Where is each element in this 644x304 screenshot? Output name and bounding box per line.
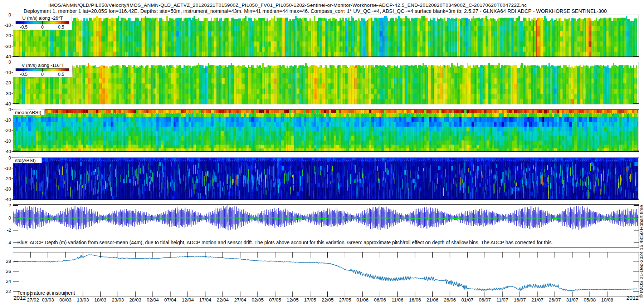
svg-text:2: 2 — [9, 203, 11, 208]
svg-text:0: 0 — [41, 25, 44, 30]
svg-text:16/07: 16/07 — [514, 297, 526, 303]
svg-text:-10: -10 — [4, 166, 11, 171]
svg-text:-10: -10 — [4, 23, 11, 28]
svg-text:-40: -40 — [4, 54, 11, 59]
svg-text:27/05: 27/05 — [339, 297, 351, 303]
svg-text:01/06: 01/06 — [356, 297, 369, 303]
svg-text:Blue: ADCP Depth (m) variation: Blue: ADCP Depth (m) variation from sens… — [18, 240, 553, 245]
svg-text:-30: -30 — [4, 91, 11, 96]
svg-text:07/04: 07/04 — [164, 297, 176, 303]
svg-text:mean(ABSI): mean(ABSI) — [15, 110, 42, 115]
svg-text:0: 0 — [9, 59, 11, 65]
svg-text:-4: -4 — [7, 240, 11, 245]
svg-text:2012: 2012 — [14, 295, 26, 301]
svg-text:27/02: 27/02 — [27, 297, 39, 303]
svg-text:01/07: 01/07 — [461, 297, 473, 303]
svg-text:12/05: 12/05 — [287, 297, 299, 303]
svg-text:0.5: 0.5 — [58, 25, 64, 30]
svg-text:-10: -10 — [4, 117, 11, 123]
svg-text:11/07: 11/07 — [497, 297, 508, 303]
svg-text:IMOS/ANMN/QLD/PIL050/Velocity/: IMOS/ANMN/QLD/PIL050/Velocity/IMOS_ANMN-… — [48, 3, 527, 8]
svg-text:Temperature at instrument: Temperature at instrument — [18, 290, 75, 296]
svg-text:© IMOS 21-Dec-2024 15:48:50 Ho: © IMOS 21-Dec-2024 15:48:50 Hobart time — [639, 205, 644, 298]
svg-text:-40: -40 — [4, 101, 11, 107]
svg-text:17/04: 17/04 — [199, 297, 211, 303]
svg-text:-40: -40 — [4, 197, 11, 202]
svg-text:23/03: 23/03 — [112, 297, 124, 303]
svg-text:26/06: 26/06 — [444, 297, 456, 303]
svg-text:-0.5: -0.5 — [20, 72, 28, 77]
svg-text:-20: -20 — [4, 33, 11, 38]
svg-text:-30: -30 — [4, 44, 11, 49]
svg-text:22/04: 22/04 — [217, 297, 229, 303]
svg-text:Deployment 1, member 1 lat=20.: Deployment 1, member 1 lat=20.05S lon=11… — [24, 8, 607, 14]
svg-text:26: 26 — [6, 269, 11, 274]
svg-text:U (m/s) along -26°T: U (m/s) along -26°T — [22, 15, 63, 21]
svg-text:-30: -30 — [4, 138, 11, 144]
svg-text:06/07: 06/07 — [479, 297, 491, 303]
svg-text:-20: -20 — [4, 128, 11, 133]
svg-text:28/03: 28/03 — [129, 297, 141, 303]
svg-text:0: 0 — [9, 12, 11, 18]
svg-text:-20: -20 — [4, 80, 11, 85]
svg-text:12/04: 12/04 — [182, 297, 194, 303]
svg-text:28: 28 — [6, 259, 11, 264]
svg-text:-30: -30 — [4, 186, 11, 192]
svg-text:24: 24 — [6, 279, 11, 284]
svg-text:V (m/s) along -116°T: V (m/s) along -116°T — [21, 63, 64, 68]
svg-text:0.5: 0.5 — [58, 72, 64, 77]
svg-text:0: 0 — [9, 215, 11, 221]
svg-text:0: 0 — [9, 107, 11, 112]
svg-text:2012: 2012 — [626, 295, 639, 301]
svg-text:06/06: 06/06 — [374, 297, 386, 303]
svg-text:05/08: 05/08 — [584, 297, 596, 303]
svg-text:-40: -40 — [4, 149, 11, 154]
svg-text:17/05: 17/05 — [304, 297, 316, 303]
svg-text:02/05: 02/05 — [252, 297, 264, 303]
svg-text:31/07: 31/07 — [566, 297, 579, 303]
svg-text:18/03: 18/03 — [94, 297, 107, 303]
svg-text:-0.5: -0.5 — [20, 25, 28, 30]
svg-text:11/06: 11/06 — [392, 297, 404, 303]
svg-text:10/08: 10/08 — [601, 297, 613, 303]
svg-text:16/06: 16/06 — [409, 297, 421, 303]
svg-text:02/04: 02/04 — [147, 297, 159, 303]
svg-text:07/05: 07/05 — [269, 297, 281, 303]
svg-text:08/03: 08/03 — [59, 297, 72, 303]
svg-text:03/03: 03/03 — [42, 297, 54, 303]
svg-text:21/06: 21/06 — [426, 297, 439, 303]
svg-text:21/07: 21/07 — [531, 297, 543, 303]
svg-text:-10: -10 — [4, 70, 11, 75]
svg-text:std(ABSI): std(ABSI) — [15, 158, 36, 163]
svg-text:-2: -2 — [7, 227, 11, 233]
svg-text:27/04: 27/04 — [234, 297, 246, 303]
svg-text:-20: -20 — [4, 176, 11, 181]
svg-text:26/07: 26/07 — [549, 297, 561, 303]
svg-text:22: 22 — [6, 289, 11, 294]
svg-text:22/05: 22/05 — [322, 297, 334, 303]
svg-text:13/03: 13/03 — [77, 297, 89, 303]
svg-text:0: 0 — [9, 155, 11, 161]
svg-text:0: 0 — [41, 72, 44, 77]
